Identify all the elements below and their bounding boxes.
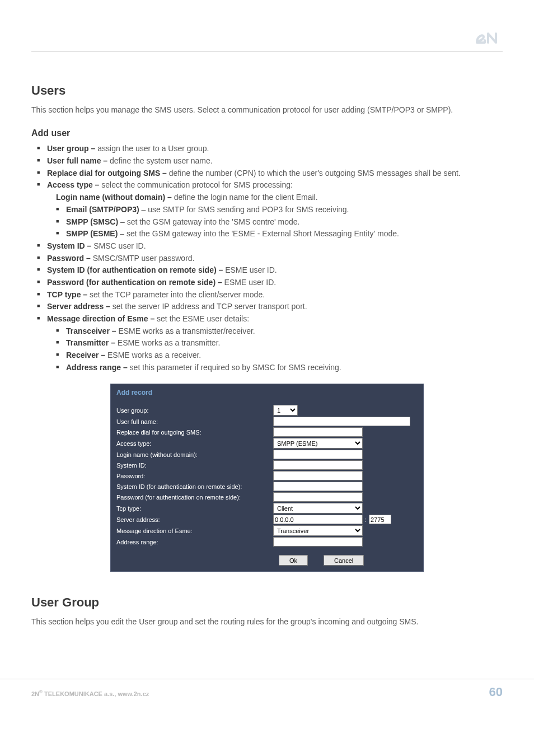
add-record-panel: Add record User group: 1 User full name:… bbox=[110, 384, 424, 572]
ok-button[interactable]: Ok bbox=[279, 555, 308, 566]
item-smpp-esme: SMPP (ESME) – set the GSM gateway into t… bbox=[66, 228, 503, 240]
page-number: 60 bbox=[489, 685, 503, 699]
users-intro: This section helps you manage the SMS us… bbox=[31, 104, 503, 116]
panel-title: Add record bbox=[111, 384, 423, 404]
server-port-separator: : bbox=[365, 516, 367, 523]
item-server-address: Server address – set the server IP addre… bbox=[47, 301, 503, 313]
input-login-name[interactable] bbox=[273, 450, 363, 459]
header-divider bbox=[31, 52, 503, 52]
label-msg-direction: Message direction of Esme: bbox=[116, 528, 273, 534]
item-msg-direction: Message direction of Esme – set the ESME… bbox=[47, 313, 503, 374]
label-user-full-name: User full name: bbox=[116, 418, 273, 425]
select-user-group[interactable]: 1 bbox=[273, 405, 298, 416]
input-system-id-remote[interactable] bbox=[273, 482, 363, 491]
add-user-list: User group – assign the user to a User g… bbox=[31, 143, 503, 374]
label-system-id: System ID: bbox=[116, 462, 273, 469]
item-email-smtp-pop3: Email (SMTP/POP3) – use SMTP for SMS sen… bbox=[66, 204, 503, 216]
item-transmitter: Transmitter – ESME works as a transmitte… bbox=[66, 337, 503, 349]
label-access-type: Access type: bbox=[116, 440, 273, 447]
users-heading: Users bbox=[31, 83, 503, 98]
input-replace-dial[interactable] bbox=[273, 427, 363, 437]
item-system-id-remote: System ID (for authentication on remote … bbox=[47, 264, 503, 277]
select-msg-direction[interactable]: Transceiver bbox=[273, 525, 363, 536]
page-footer: 2N® TELEKOMUNIKACE a.s., www.2n.cz 60 bbox=[0, 679, 534, 711]
item-replace-dial: Replace dial for outgoing SMS – define t… bbox=[47, 167, 503, 180]
item-user-group: User group – assign the user to a User g… bbox=[47, 143, 503, 155]
item-password: Password – SMSC/SMTP user password. bbox=[47, 253, 503, 265]
add-user-heading: Add user bbox=[31, 128, 503, 138]
item-system-id: System ID – SMSC user ID. bbox=[47, 240, 503, 253]
label-server-address: Server address: bbox=[116, 516, 273, 523]
input-password[interactable] bbox=[273, 471, 363, 480]
input-user-full-name[interactable] bbox=[273, 417, 410, 426]
label-replace-dial: Replace dial for outgoing SMS: bbox=[116, 429, 273, 436]
input-system-id[interactable] bbox=[273, 460, 363, 470]
item-receiver: Receiver – ESME works as a receiver. bbox=[66, 349, 503, 362]
label-user-group: User group: bbox=[116, 407, 273, 414]
item-transceiver: Transceiver – ESME works as a transmistt… bbox=[66, 325, 503, 338]
item-password-remote: Password (for authentication on remote s… bbox=[47, 277, 503, 289]
input-address-range[interactable] bbox=[273, 537, 363, 547]
select-access-type[interactable]: SMPP (ESME) bbox=[273, 438, 363, 449]
footer-left: 2N® TELEKOMUNIKACE a.s., www.2n.cz bbox=[31, 689, 149, 697]
label-password: Password: bbox=[116, 473, 273, 479]
item-user-full-name: User full name – define the system user … bbox=[47, 155, 503, 167]
input-server-port[interactable] bbox=[369, 515, 391, 524]
label-system-id-remote: System ID (for authentication on remote … bbox=[116, 483, 273, 490]
item-address-range: Address range – set this parameter if re… bbox=[66, 362, 503, 374]
label-tcp-type: Tcp type: bbox=[116, 505, 273, 512]
label-address-range: Address range: bbox=[116, 539, 273, 545]
item-smpp-smsc: SMPP (SMSC) – set the GSM gateway into t… bbox=[66, 216, 503, 228]
label-password-remote: Password (for authentication on remote s… bbox=[116, 494, 273, 501]
user-group-heading: User Group bbox=[31, 595, 503, 610]
item-tcp-type: TCP type – set the TCP parameter into th… bbox=[47, 289, 503, 301]
item-access-type: Access type – select the communication p… bbox=[47, 179, 503, 240]
select-tcp-type[interactable]: Client bbox=[273, 503, 363, 514]
input-server-ip[interactable] bbox=[273, 515, 363, 524]
cancel-button[interactable]: Cancel bbox=[324, 555, 364, 566]
input-password-remote[interactable] bbox=[273, 492, 363, 502]
user-group-intro: This section helps you edit the User gro… bbox=[31, 615, 503, 628]
label-login-name: Login name (without domain): bbox=[116, 451, 273, 458]
brand-logo bbox=[31, 28, 503, 47]
